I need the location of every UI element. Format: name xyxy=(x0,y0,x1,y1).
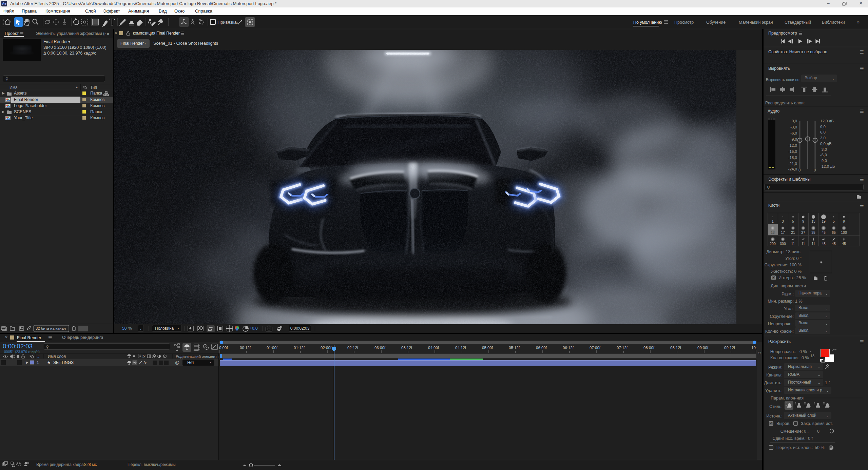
svg-text:11: 11 xyxy=(802,242,805,246)
svg-text:6,0: 6,0 xyxy=(820,130,826,134)
svg-text:-6,0: -6,0 xyxy=(820,153,827,157)
svg-text:»: » xyxy=(857,19,860,25)
svg-text:07:00f: 07:00f xyxy=(590,346,601,350)
svg-text:05:00f: 05:00f xyxy=(482,346,493,350)
svg-text:06:00f: 06:00f xyxy=(536,346,547,350)
svg-text:27: 27 xyxy=(801,230,805,234)
svg-text:1: 1 xyxy=(772,219,774,223)
svg-text:10:0: 10:0 xyxy=(751,346,757,350)
svg-text:-3,0: -3,0 xyxy=(790,125,797,129)
svg-text:-24,0: -24,0 xyxy=(788,167,797,171)
svg-text:09:12f: 09:12f xyxy=(724,346,735,350)
svg-text:45: 45 xyxy=(842,242,846,246)
svg-text:11: 11 xyxy=(791,242,795,246)
svg-text:По умолчанию: По умолчанию xyxy=(633,20,662,25)
svg-text:06:12f: 06:12f xyxy=(563,346,574,350)
svg-text:5: 5 xyxy=(792,219,794,223)
svg-text:45: 45 xyxy=(832,242,836,246)
svg-text:32 бита на канал: 32 бита на канал xyxy=(36,326,66,330)
svg-text:300: 300 xyxy=(780,242,786,246)
svg-text:0,0 дБ: 0,0 дБ xyxy=(820,142,831,146)
svg-text:9: 9 xyxy=(843,219,845,223)
svg-text:-9,0: -9,0 xyxy=(790,137,797,141)
svg-text:01:00f: 01:00f xyxy=(267,346,278,350)
svg-text:05:12f: 05:12f xyxy=(509,346,520,350)
svg-text:-3,0: -3,0 xyxy=(820,147,827,151)
svg-text:Обучение: Обучение xyxy=(706,20,726,25)
svg-text:19: 19 xyxy=(822,219,826,223)
svg-text:-12,0 дБ: -12,0 дБ xyxy=(820,164,835,168)
svg-text:13: 13 xyxy=(771,230,775,234)
svg-text:08:00f: 08:00f xyxy=(643,346,655,350)
svg-text:Просмотр: Просмотр xyxy=(674,20,694,25)
svg-text:21: 21 xyxy=(791,230,795,234)
svg-text:-6,0: -6,0 xyxy=(790,131,797,135)
svg-text:65: 65 xyxy=(832,230,836,234)
svg-text:-21,0: -21,0 xyxy=(788,162,797,166)
svg-text:-9,0: -9,0 xyxy=(820,159,827,163)
svg-text:3: 3 xyxy=(782,219,784,223)
svg-text:02:12f: 02:12f xyxy=(347,346,359,350)
svg-text:100: 100 xyxy=(841,230,847,234)
svg-text:3,0: 3,0 xyxy=(820,136,826,140)
svg-text:Маленький экран: Маленький экран xyxy=(739,20,773,25)
svg-text:04:00f: 04:00f xyxy=(428,346,439,350)
svg-text:0: 0 xyxy=(814,168,816,172)
svg-text:200: 200 xyxy=(770,242,776,246)
svg-text:Привязка: Привязка xyxy=(217,20,237,25)
svg-text:03:00f: 03:00f xyxy=(374,346,386,350)
svg-text:0: 0 xyxy=(798,168,801,172)
svg-text:00:12f: 00:12f xyxy=(240,346,251,350)
svg-text:04:12f: 04:12f xyxy=(455,346,466,350)
svg-text:13: 13 xyxy=(811,219,815,223)
svg-text:0:00f: 0:00f xyxy=(219,346,228,350)
svg-text:Библиотеки: Библиотеки xyxy=(822,20,845,25)
svg-text:01:12f: 01:12f xyxy=(294,346,305,350)
svg-text:11: 11 xyxy=(812,242,815,246)
svg-text:07:12f: 07:12f xyxy=(617,346,628,350)
svg-text:35: 35 xyxy=(811,230,815,234)
svg-text:0,0: 0,0 xyxy=(792,119,797,123)
svg-text:03:12f: 03:12f xyxy=(401,346,412,350)
svg-text:Стандартный: Стандартный xyxy=(785,20,811,25)
svg-text:9,0: 9,0 xyxy=(820,125,826,129)
svg-text:fx: fx xyxy=(142,354,146,358)
svg-text:-12,0: -12,0 xyxy=(788,143,797,147)
svg-text:08:12f: 08:12f xyxy=(670,346,681,350)
svg-text:-15,0: -15,0 xyxy=(788,149,797,154)
svg-text:02:00f: 02:00f xyxy=(321,346,332,350)
svg-text:9: 9 xyxy=(802,219,804,223)
svg-text:45: 45 xyxy=(822,230,826,234)
svg-text:5: 5 xyxy=(833,219,835,223)
svg-text:17: 17 xyxy=(781,230,785,234)
svg-text:09:00f: 09:00f xyxy=(697,346,709,350)
svg-text:45: 45 xyxy=(822,242,826,246)
svg-text:-18,0: -18,0 xyxy=(788,156,797,160)
svg-text:fx: fx xyxy=(143,361,147,365)
svg-text:12,0 дБ: 12,0 дБ xyxy=(820,119,834,123)
